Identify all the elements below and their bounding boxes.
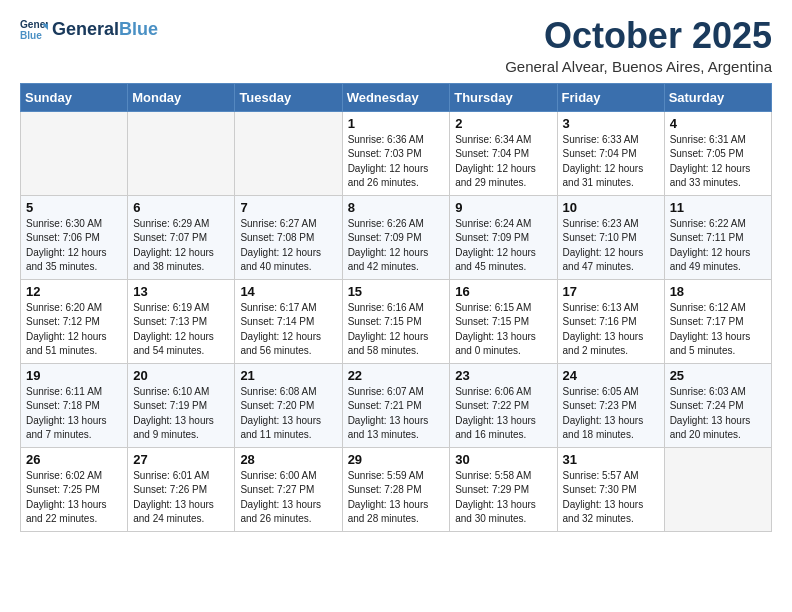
logo-text: GeneralBlue [52, 20, 158, 40]
day-number: 17 [563, 284, 659, 299]
calendar-cell: 20Sunrise: 6:10 AMSunset: 7:19 PMDayligh… [128, 363, 235, 447]
day-number: 1 [348, 116, 445, 131]
calendar-header-sunday: Sunday [21, 83, 128, 111]
day-info: Sunrise: 6:06 AMSunset: 7:22 PMDaylight:… [455, 385, 551, 443]
day-info: Sunrise: 5:57 AMSunset: 7:30 PMDaylight:… [563, 469, 659, 527]
calendar-cell [128, 111, 235, 195]
day-info: Sunrise: 6:00 AMSunset: 7:27 PMDaylight:… [240, 469, 336, 527]
calendar-cell: 30Sunrise: 5:58 AMSunset: 7:29 PMDayligh… [450, 447, 557, 531]
day-info: Sunrise: 6:03 AMSunset: 7:24 PMDaylight:… [670, 385, 766, 443]
calendar-cell: 26Sunrise: 6:02 AMSunset: 7:25 PMDayligh… [21, 447, 128, 531]
calendar-cell: 15Sunrise: 6:16 AMSunset: 7:15 PMDayligh… [342, 279, 450, 363]
calendar-header-tuesday: Tuesday [235, 83, 342, 111]
day-info: Sunrise: 6:12 AMSunset: 7:17 PMDaylight:… [670, 301, 766, 359]
day-info: Sunrise: 6:13 AMSunset: 7:16 PMDaylight:… [563, 301, 659, 359]
day-info: Sunrise: 5:59 AMSunset: 7:28 PMDaylight:… [348, 469, 445, 527]
day-number: 10 [563, 200, 659, 215]
calendar-cell: 17Sunrise: 6:13 AMSunset: 7:16 PMDayligh… [557, 279, 664, 363]
calendar-week-row: 12Sunrise: 6:20 AMSunset: 7:12 PMDayligh… [21, 279, 772, 363]
day-info: Sunrise: 6:36 AMSunset: 7:03 PMDaylight:… [348, 133, 445, 191]
calendar-cell: 25Sunrise: 6:03 AMSunset: 7:24 PMDayligh… [664, 363, 771, 447]
day-number: 12 [26, 284, 122, 299]
day-info: Sunrise: 6:07 AMSunset: 7:21 PMDaylight:… [348, 385, 445, 443]
calendar-cell: 10Sunrise: 6:23 AMSunset: 7:10 PMDayligh… [557, 195, 664, 279]
day-number: 22 [348, 368, 445, 383]
calendar-header-thursday: Thursday [450, 83, 557, 111]
calendar-cell: 27Sunrise: 6:01 AMSunset: 7:26 PMDayligh… [128, 447, 235, 531]
calendar-header-row: SundayMondayTuesdayWednesdayThursdayFrid… [21, 83, 772, 111]
day-number: 6 [133, 200, 229, 215]
calendar-cell: 13Sunrise: 6:19 AMSunset: 7:13 PMDayligh… [128, 279, 235, 363]
day-number: 23 [455, 368, 551, 383]
calendar-cell: 21Sunrise: 6:08 AMSunset: 7:20 PMDayligh… [235, 363, 342, 447]
calendar-cell: 23Sunrise: 6:06 AMSunset: 7:22 PMDayligh… [450, 363, 557, 447]
location-subtitle: General Alvear, Buenos Aires, Argentina [505, 58, 772, 75]
calendar-week-row: 19Sunrise: 6:11 AMSunset: 7:18 PMDayligh… [21, 363, 772, 447]
calendar-cell: 24Sunrise: 6:05 AMSunset: 7:23 PMDayligh… [557, 363, 664, 447]
day-info: Sunrise: 6:34 AMSunset: 7:04 PMDaylight:… [455, 133, 551, 191]
calendar-cell: 29Sunrise: 5:59 AMSunset: 7:28 PMDayligh… [342, 447, 450, 531]
day-info: Sunrise: 6:31 AMSunset: 7:05 PMDaylight:… [670, 133, 766, 191]
day-number: 4 [670, 116, 766, 131]
day-number: 8 [348, 200, 445, 215]
day-number: 28 [240, 452, 336, 467]
day-number: 19 [26, 368, 122, 383]
calendar-week-row: 26Sunrise: 6:02 AMSunset: 7:25 PMDayligh… [21, 447, 772, 531]
calendar-header-wednesday: Wednesday [342, 83, 450, 111]
calendar-cell: 2Sunrise: 6:34 AMSunset: 7:04 PMDaylight… [450, 111, 557, 195]
calendar-cell: 6Sunrise: 6:29 AMSunset: 7:07 PMDaylight… [128, 195, 235, 279]
calendar-cell: 22Sunrise: 6:07 AMSunset: 7:21 PMDayligh… [342, 363, 450, 447]
calendar-cell [664, 447, 771, 531]
header: General Blue GeneralBlue October 2025 Ge… [20, 16, 772, 75]
day-number: 18 [670, 284, 766, 299]
calendar-cell: 14Sunrise: 6:17 AMSunset: 7:14 PMDayligh… [235, 279, 342, 363]
calendar-cell: 11Sunrise: 6:22 AMSunset: 7:11 PMDayligh… [664, 195, 771, 279]
day-info: Sunrise: 6:08 AMSunset: 7:20 PMDaylight:… [240, 385, 336, 443]
day-number: 25 [670, 368, 766, 383]
day-number: 20 [133, 368, 229, 383]
calendar-cell: 8Sunrise: 6:26 AMSunset: 7:09 PMDaylight… [342, 195, 450, 279]
day-info: Sunrise: 6:17 AMSunset: 7:14 PMDaylight:… [240, 301, 336, 359]
day-number: 29 [348, 452, 445, 467]
day-info: Sunrise: 6:26 AMSunset: 7:09 PMDaylight:… [348, 217, 445, 275]
calendar-cell: 31Sunrise: 5:57 AMSunset: 7:30 PMDayligh… [557, 447, 664, 531]
day-number: 24 [563, 368, 659, 383]
day-number: 2 [455, 116, 551, 131]
calendar-cell: 16Sunrise: 6:15 AMSunset: 7:15 PMDayligh… [450, 279, 557, 363]
calendar-cell: 1Sunrise: 6:36 AMSunset: 7:03 PMDaylight… [342, 111, 450, 195]
day-number: 15 [348, 284, 445, 299]
day-info: Sunrise: 6:33 AMSunset: 7:04 PMDaylight:… [563, 133, 659, 191]
day-number: 26 [26, 452, 122, 467]
logo-icon: General Blue [20, 16, 48, 44]
day-number: 13 [133, 284, 229, 299]
day-info: Sunrise: 6:11 AMSunset: 7:18 PMDaylight:… [26, 385, 122, 443]
calendar-cell [21, 111, 128, 195]
day-info: Sunrise: 6:16 AMSunset: 7:15 PMDaylight:… [348, 301, 445, 359]
calendar-header-monday: Monday [128, 83, 235, 111]
day-info: Sunrise: 6:27 AMSunset: 7:08 PMDaylight:… [240, 217, 336, 275]
calendar-cell: 12Sunrise: 6:20 AMSunset: 7:12 PMDayligh… [21, 279, 128, 363]
calendar-cell: 5Sunrise: 6:30 AMSunset: 7:06 PMDaylight… [21, 195, 128, 279]
day-number: 3 [563, 116, 659, 131]
page-container: General Blue GeneralBlue October 2025 Ge… [0, 0, 792, 548]
calendar-cell: 7Sunrise: 6:27 AMSunset: 7:08 PMDaylight… [235, 195, 342, 279]
calendar-table: SundayMondayTuesdayWednesdayThursdayFrid… [20, 83, 772, 532]
calendar-cell: 9Sunrise: 6:24 AMSunset: 7:09 PMDaylight… [450, 195, 557, 279]
logo: General Blue GeneralBlue [20, 16, 158, 44]
day-info: Sunrise: 6:30 AMSunset: 7:06 PMDaylight:… [26, 217, 122, 275]
day-info: Sunrise: 6:20 AMSunset: 7:12 PMDaylight:… [26, 301, 122, 359]
day-number: 16 [455, 284, 551, 299]
day-info: Sunrise: 6:23 AMSunset: 7:10 PMDaylight:… [563, 217, 659, 275]
month-title: October 2025 [505, 16, 772, 56]
title-block: October 2025 General Alvear, Buenos Aire… [505, 16, 772, 75]
day-info: Sunrise: 6:22 AMSunset: 7:11 PMDaylight:… [670, 217, 766, 275]
calendar-week-row: 1Sunrise: 6:36 AMSunset: 7:03 PMDaylight… [21, 111, 772, 195]
day-number: 5 [26, 200, 122, 215]
day-number: 9 [455, 200, 551, 215]
calendar-cell: 19Sunrise: 6:11 AMSunset: 7:18 PMDayligh… [21, 363, 128, 447]
day-info: Sunrise: 6:10 AMSunset: 7:19 PMDaylight:… [133, 385, 229, 443]
day-info: Sunrise: 6:24 AMSunset: 7:09 PMDaylight:… [455, 217, 551, 275]
calendar-cell: 4Sunrise: 6:31 AMSunset: 7:05 PMDaylight… [664, 111, 771, 195]
calendar-cell: 3Sunrise: 6:33 AMSunset: 7:04 PMDaylight… [557, 111, 664, 195]
day-info: Sunrise: 5:58 AMSunset: 7:29 PMDaylight:… [455, 469, 551, 527]
